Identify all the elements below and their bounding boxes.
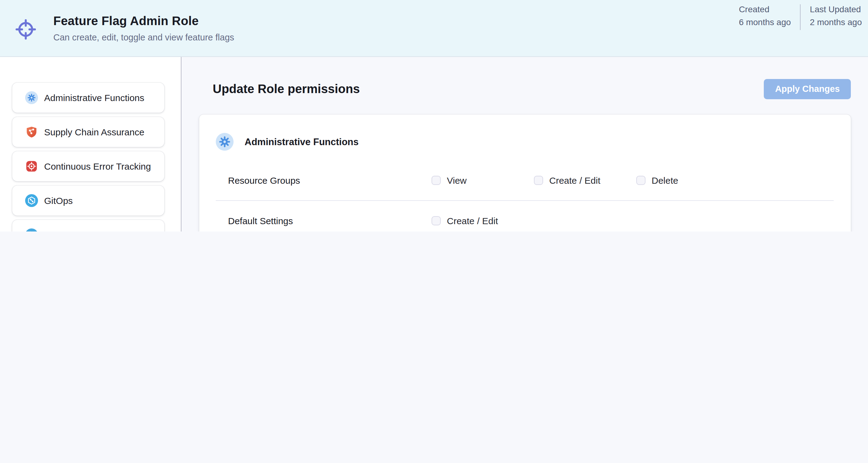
sidebar-item-label: GitOps bbox=[44, 195, 73, 206]
permission-label: View bbox=[447, 175, 467, 186]
checkbox-default-settings-create-edit[interactable] bbox=[432, 216, 441, 225]
checkbox-resource-groups-create-edit[interactable] bbox=[534, 176, 543, 185]
sidebar-item-administrative-functions[interactable]: Administrative Functions bbox=[12, 83, 164, 113]
permission-cell-create-edit: Create / Edit bbox=[432, 216, 534, 226]
role-crosshair-icon bbox=[13, 16, 39, 42]
sidebar-item-environment-groups[interactable]: Environment Groups bbox=[12, 220, 164, 232]
header-meta: Created 6 months ago Last Updated 2 mont… bbox=[739, 0, 862, 30]
resource-name: Default Settings bbox=[216, 216, 432, 226]
permission-label: Create / Edit bbox=[549, 175, 600, 186]
permission-label: Delete bbox=[652, 175, 678, 186]
last-updated-value: 2 months ago bbox=[810, 16, 862, 29]
checkbox-resource-groups-delete[interactable] bbox=[636, 176, 646, 185]
permission-row-resource-groups: Resource GroupsViewCreate / EditDelete bbox=[216, 161, 834, 201]
resource-name: Resource Groups bbox=[216, 175, 432, 186]
last-updated-meta: Last Updated 2 months ago bbox=[810, 3, 862, 30]
permissions-card: Administrative Functions Resource Groups… bbox=[199, 114, 851, 232]
sidebar-item-label: Administrative Functions bbox=[44, 93, 144, 103]
sidebar-item-label: Environment Groups bbox=[44, 230, 128, 232]
permissions-card-header: Administrative Functions bbox=[199, 114, 851, 151]
created-value: 6 months ago bbox=[739, 16, 791, 29]
error-tracking-target-icon bbox=[25, 160, 38, 173]
permission-cell-delete: Delete bbox=[636, 175, 739, 186]
card-section-title: Administrative Functions bbox=[245, 136, 359, 147]
gear-icon bbox=[216, 133, 234, 151]
page-subtitle: Can create, edit, toggle and view featur… bbox=[53, 32, 234, 42]
environment-groups-icon bbox=[25, 228, 38, 232]
sidebar-item-gitops[interactable]: GitOps bbox=[12, 186, 164, 216]
sidebar-item-supply-chain-assurance[interactable]: Supply Chain Assurance bbox=[12, 117, 164, 147]
resource-category-sidebar: Administrative FunctionsSupply Chain Ass… bbox=[0, 57, 181, 232]
permissions-table: Resource GroupsViewCreate / EditDeleteDe… bbox=[199, 161, 851, 232]
shield-network-icon bbox=[25, 126, 38, 138]
page-title: Feature Flag Admin Role bbox=[53, 14, 234, 28]
checkbox-resource-groups-view[interactable] bbox=[432, 176, 441, 185]
sidebar-item-label: Supply Chain Assurance bbox=[44, 127, 144, 137]
app-root: Feature Flag Admin Role Can create, edit… bbox=[0, 0, 868, 232]
created-label: Created bbox=[739, 3, 791, 16]
role-header-titles: Feature Flag Admin Role Can create, edit… bbox=[53, 14, 234, 42]
permission-cell-view: View bbox=[432, 175, 534, 186]
gear-icon bbox=[25, 91, 38, 104]
main-header-row: Update Role permissions Apply Changes bbox=[199, 57, 851, 114]
last-updated-label: Last Updated bbox=[810, 3, 862, 16]
meta-divider bbox=[800, 4, 801, 30]
sidebar-item-label: Continuous Error Tracking bbox=[44, 161, 151, 171]
permission-label: Create / Edit bbox=[447, 216, 498, 226]
page-body: Administrative FunctionsSupply Chain Ass… bbox=[0, 57, 868, 232]
main-content: Update Role permissions Apply Changes Ad… bbox=[181, 57, 868, 232]
gitops-icon bbox=[25, 194, 38, 207]
page-section-title: Update Role permissions bbox=[213, 82, 360, 96]
permission-cell-create-edit: Create / Edit bbox=[534, 175, 636, 186]
created-meta: Created 6 months ago bbox=[739, 3, 791, 30]
apply-changes-button[interactable]: Apply Changes bbox=[764, 79, 851, 99]
permission-row-default-settings: Default SettingsCreate / Edit bbox=[216, 201, 834, 232]
page-header: Feature Flag Admin Role Can create, edit… bbox=[0, 0, 868, 57]
sidebar-item-continuous-error-tracking[interactable]: Continuous Error Tracking bbox=[12, 151, 164, 181]
